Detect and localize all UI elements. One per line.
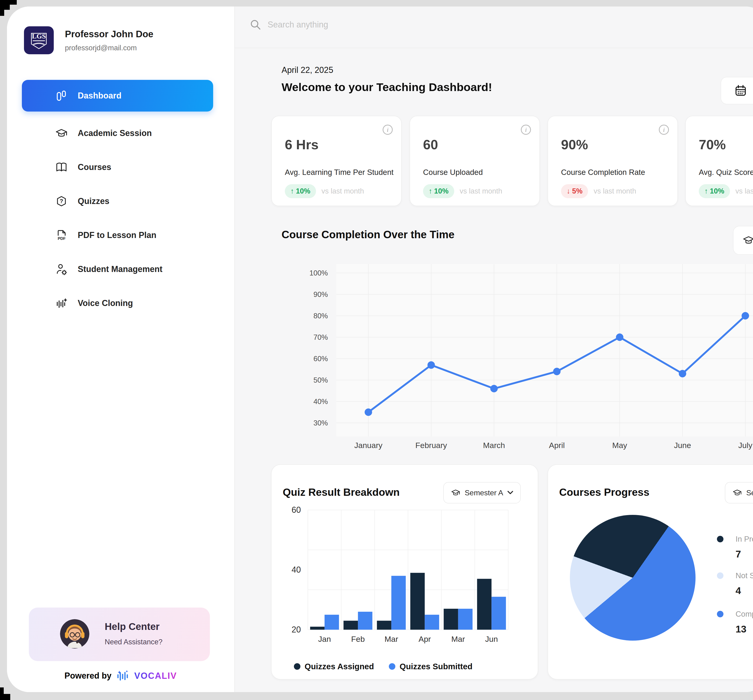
semester-select[interactable]: Se [725,482,753,503]
lgs-crest-icon: LGS [28,29,50,52]
vs-last-month: vs last month [736,187,753,195]
svg-text:i: i [663,127,664,133]
corner-artifact [0,10,4,16]
svg-text:i: i [387,127,388,133]
powered-by-label: Powered by [64,671,111,681]
legend-label: Completed [736,609,753,619]
user-gear-icon [55,262,68,276]
pie-legend-completed: Completed 13 [717,609,753,635]
line-chart-semester-button[interactable] [733,226,753,255]
legend-dot [717,536,723,542]
sidebar: LGS Professor John Doe professorjd@mail.… [7,6,234,692]
courses-progress-title: Courses Progress [559,486,649,498]
svg-text:Apr: Apr [419,634,431,644]
svg-text:January: January [354,441,382,450]
sidebar-item-label: Courses [78,162,111,172]
sidebar-item-label: Academic Session [78,128,152,138]
vocaliv-brand: VOCALIV [134,671,177,681]
calendar-button[interactable] [721,77,753,104]
stat-value: 90% [561,137,588,152]
graduation-cap-icon [732,488,742,498]
help-center-card[interactable]: Help Center Need Assistance? [29,608,210,661]
vs-last-month: vs last month [321,187,364,195]
legend-label: Not Started [736,571,753,580]
profile-email: professorjd@mail.com [65,44,137,52]
quiz-breakdown-card: Quiz Result Breakdown Semester A 604020J… [271,464,538,680]
sidebar-item-label: Quizzes [78,196,109,206]
page-title: Welcome to your Teaching Dashboard! [282,81,492,94]
svg-text:May: May [612,441,627,450]
stat-label: Course Uploaded [423,168,483,177]
sidebar-item-label: Dashboard [78,91,122,101]
svg-text:70%: 70% [313,333,328,341]
stat-card-completion-rate: i 90% Course Completion Rate ↓5% vs last… [547,116,678,206]
corner-artifact [0,0,17,5]
svg-text:February: February [415,441,447,450]
main-content: April 22, 2025 Welcome to your Teaching … [234,6,753,692]
semester-select-value: Se [746,489,753,497]
svg-text:40%: 40% [313,397,328,406]
stat-delta: ↑10% vs last month [699,184,753,198]
bar-chart-legend: Quizzes Assigned Quizzes Submitted [294,662,472,671]
corner-artifact [4,694,10,700]
help-center-subtitle: Need Assistance? [105,638,162,646]
svg-text:LGS: LGS [32,32,46,40]
sidebar-item-academic-session[interactable]: Academic Session [22,119,213,147]
trend-arrow: ↑ [290,187,294,195]
courses-progress-pie [570,515,695,641]
svg-text:Jun: Jun [485,634,498,644]
sidebar-item-dashboard[interactable]: Dashboard [22,80,213,111]
corner-artifact [0,688,4,700]
sidebar-item-voice-cloning[interactable]: Voice Cloning [22,289,213,317]
stat-label: Course Completion Rate [561,168,645,177]
powered-by: Powered by VOCALIV [7,670,234,682]
sidebar-item-quizzes[interactable]: ? Quizzes [22,187,213,215]
calendar-icon [734,84,747,97]
svg-text:March: March [483,441,505,450]
stat-value: 70% [699,137,726,152]
pie-legend-not-started: Not Started 4 [717,571,753,596]
legend-value: 13 [736,623,753,635]
stat-delta: ↑10% vs last month [285,184,364,198]
trend-arrow: ↑ [429,187,432,195]
info-icon[interactable]: i [382,124,393,135]
stat-card-course-uploaded: i 60 Course Uploaded ↑10% vs last month [410,116,540,206]
stat-card-learning-time: i 6 Hrs Avg. Learning Time Per Student ↑… [271,116,402,206]
legend-dot [717,611,723,617]
trend-arrow: ↑ [705,187,708,195]
svg-text:30%: 30% [313,419,328,427]
svg-text:April: April [549,441,565,450]
dashboard-icon [55,89,68,102]
svg-text:100%: 100% [309,269,328,277]
info-icon[interactable]: i [520,124,532,135]
svg-text:50%: 50% [313,376,328,384]
quiz-bar-chart: 604020JanFebMarAprMarJun [271,465,538,680]
svg-text:July: July [738,441,752,450]
info-icon[interactable]: i [658,124,669,135]
search-input[interactable] [268,20,430,30]
sidebar-item-pdf-to-lesson-plan[interactable]: PDF PDF to Lesson Plan [22,221,213,249]
legend-label: Quizzes Assigned [305,662,374,671]
stat-label: Avg. Quiz Score [699,168,753,177]
svg-text:Jan: Jan [318,634,331,644]
sidebar-item-courses[interactable]: Courses [22,153,213,181]
vs-last-month: vs last month [460,187,502,195]
search-icon [249,19,262,31]
legend-value: 4 [736,585,753,596]
school-logo: LGS [24,26,54,54]
stat-label: Avg. Learning Time Per Student [285,168,393,177]
svg-text:June: June [674,441,691,450]
svg-text:20: 20 [292,625,301,634]
sidebar-item-label: PDF to Lesson Plan [78,230,156,240]
svg-text:60: 60 [292,505,301,515]
help-center-title: Help Center [105,621,160,632]
svg-text:?: ? [60,198,63,204]
vs-last-month: vs last month [594,187,636,195]
support-agent-avatar [60,619,89,648]
legend-label: Quizzes Submitted [399,662,472,671]
completion-line-chart: 100%90%80%70%60%50%40%30%JanuaryFebruary… [235,260,753,461]
pdf-file-icon: PDF [55,229,68,242]
search-bar[interactable] [249,19,430,31]
svg-text:60%: 60% [313,355,328,363]
sidebar-item-student-management[interactable]: Student Management [22,255,213,283]
